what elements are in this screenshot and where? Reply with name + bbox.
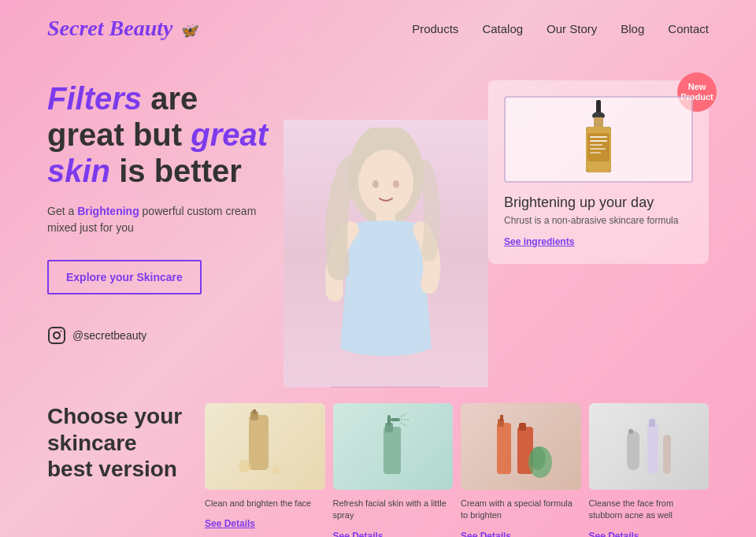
instagram-text: @secretbeauty [72, 329, 146, 342]
headline-filters: Filters [47, 81, 142, 116]
product-rest: up your day [576, 194, 654, 210]
product-thumb-4 [589, 403, 710, 490]
svg-line-29 [401, 423, 407, 426]
see-details-3[interactable]: See Details [461, 531, 511, 537]
logo[interactable]: Secret Beauty 🦋 [47, 16, 197, 41]
svg-line-27 [401, 413, 407, 417]
svg-point-6 [393, 180, 399, 188]
butterfly-icon: 🦋 [180, 22, 197, 39]
product-image [504, 96, 693, 183]
see-details-2[interactable]: See Details [333, 531, 384, 537]
serum-bottle-icon [575, 100, 622, 179]
instagram-icon [47, 326, 66, 345]
product-image-2 [361, 407, 424, 486]
main-nav: Products Catalog Our Story Blog Contact [412, 22, 709, 35]
product-highlight-card: New Product [488, 80, 709, 264]
bottom-title-line1: Choose your [47, 404, 182, 428]
instagram-handle: @secretbeauty [47, 326, 284, 345]
hero-headline: Filters are great but great skin is bett… [47, 80, 284, 189]
model-image [284, 120, 488, 387]
logo-text: Secret Beauty [47, 16, 172, 40]
nav-catalog[interactable]: Catalog [482, 22, 523, 35]
product-col-4: Cleanse the face from stubborn acne as w… [589, 403, 710, 537]
bottom-section: Choose your skincare best version [0, 387, 756, 537]
hero-section: Filters are great but great skin is bett… [0, 57, 756, 387]
product-caption-2: Refresh facial skin with a little spray [333, 498, 454, 522]
product-caption-3: Cream with a special formula to brighten [461, 498, 581, 522]
svg-rect-9 [594, 117, 603, 127]
nav-products[interactable]: Products [412, 22, 458, 35]
model-silhouette [307, 128, 465, 380]
svg-rect-18 [249, 415, 269, 470]
svg-point-36 [530, 446, 546, 470]
hero-right-product: New Product [488, 57, 709, 387]
hero-center-image [284, 57, 488, 387]
product-thumb-2 [333, 403, 454, 490]
svg-rect-0 [49, 328, 65, 343]
bottom-title-line2: skincare [47, 431, 137, 455]
product-highlight-name: Brightening up your day [504, 194, 693, 211]
svg-rect-26 [391, 418, 400, 421]
product-col-1: Clean and brighten the face See Details [205, 403, 325, 537]
svg-rect-17 [590, 152, 601, 154]
product-image-4 [617, 407, 680, 486]
nav-blog[interactable]: Blog [621, 22, 644, 35]
see-ingredients-link[interactable]: See ingredients [504, 236, 574, 247]
hero-divider-line [331, 387, 441, 387]
svg-point-5 [372, 180, 379, 188]
bottom-title-line3: best version [47, 457, 177, 481]
products-grid: Clean and brighten the face See Details [205, 403, 709, 537]
explore-button[interactable]: Explore your Skincare [47, 260, 202, 294]
product-caption-4: Cleanse the face from stubborn acne as w… [589, 498, 710, 522]
bottom-flex-container: Choose your skincare best version [47, 403, 709, 537]
product-brightening: Brightening [504, 194, 576, 210]
product-col-2: Refresh facial skin with a little spray … [333, 403, 454, 537]
svg-point-22 [272, 466, 280, 474]
svg-rect-23 [384, 427, 401, 474]
product-thumb-3 [461, 403, 581, 490]
see-details-4[interactable]: See Details [589, 531, 639, 537]
subtitle-brightening: Brightening [77, 205, 139, 217]
hero-left-content: Filters are great but great skin is bett… [47, 57, 284, 387]
product-description: Chrust is a non-abrasive skincare formul… [504, 214, 693, 228]
svg-rect-39 [647, 423, 658, 474]
svg-rect-40 [649, 419, 655, 427]
svg-rect-15 [590, 144, 602, 146]
subtitle-prefix: Get a [47, 205, 77, 217]
svg-rect-20 [253, 409, 256, 414]
svg-rect-34 [519, 423, 526, 431]
svg-rect-41 [663, 435, 671, 474]
product-image-3 [489, 407, 552, 486]
bottom-heading: Choose your skincare best version [47, 403, 189, 483]
nav-our-story[interactable]: Our Story [547, 22, 597, 35]
nav-contact[interactable]: Contact [668, 22, 709, 35]
svg-rect-16 [590, 148, 606, 150]
svg-point-3 [358, 150, 413, 216]
product-caption-1: Clean and brighten the face [205, 498, 325, 509]
svg-rect-13 [590, 136, 607, 138]
product-col-3: Cream with a special formula to brighten… [461, 403, 581, 537]
svg-rect-38 [628, 429, 633, 434]
site-header: Secret Beauty 🦋 Products Catalog Our Sto… [0, 0, 756, 57]
headline-rest2: is better [119, 154, 242, 188]
svg-point-21 [239, 460, 251, 472]
product-image-1 [233, 407, 296, 486]
svg-rect-30 [497, 423, 511, 474]
see-details-1[interactable]: See Details [205, 518, 255, 529]
svg-rect-32 [500, 415, 503, 421]
product-thumb-1 [205, 403, 325, 490]
bottom-left: Choose your skincare best version [47, 403, 189, 498]
svg-rect-37 [627, 431, 639, 470]
svg-rect-25 [387, 415, 391, 426]
hero-subtitle: Get a Brightening powerful custom cream … [47, 203, 284, 236]
svg-rect-14 [590, 140, 607, 142]
